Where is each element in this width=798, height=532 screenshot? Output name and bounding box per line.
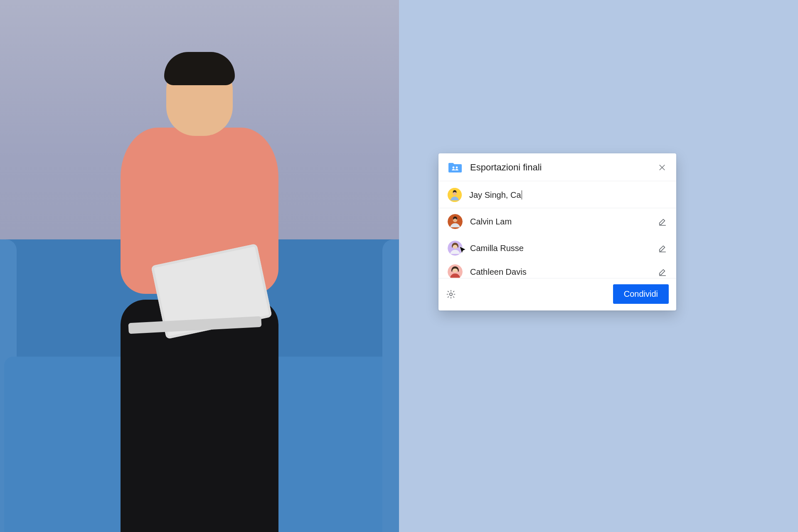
share-dialog: Esportazioni finali bbox=[438, 153, 676, 310]
avatar bbox=[448, 264, 463, 278]
suggestion-list: Calvin Lam Camilla Russe bbox=[438, 208, 676, 278]
edit-permission-icon[interactable] bbox=[658, 244, 667, 253]
close-button[interactable] bbox=[657, 163, 667, 172]
recipient-input-row[interactable]: Jay Singh, Ca bbox=[438, 181, 676, 208]
suggestion-name: Cathleen Davis bbox=[470, 267, 650, 277]
dialog-footer: Condividi bbox=[438, 278, 676, 310]
suggestion-name: Calvin Lam bbox=[470, 217, 650, 227]
right-panel: Esportazioni finali bbox=[399, 0, 798, 532]
svg-point-9 bbox=[453, 219, 457, 222]
edit-permission-icon[interactable] bbox=[658, 217, 667, 226]
input-chip-avatar bbox=[448, 188, 462, 202]
shared-folder-icon bbox=[448, 162, 463, 173]
suggestion-row[interactable]: Calvin Lam bbox=[438, 208, 676, 235]
svg-point-1 bbox=[456, 167, 458, 169]
suggestion-name: Camilla Russe bbox=[470, 244, 650, 253]
settings-gear-icon[interactable] bbox=[446, 289, 456, 299]
mouse-cursor-icon bbox=[458, 246, 468, 255]
recipient-input[interactable]: Jay Singh, Ca bbox=[469, 190, 522, 200]
svg-point-5 bbox=[453, 192, 456, 195]
text-caret bbox=[522, 190, 522, 200]
share-button[interactable]: Condividi bbox=[613, 284, 669, 304]
edit-permission-icon[interactable] bbox=[658, 267, 667, 276]
dialog-title: Esportazioni finali bbox=[470, 162, 650, 173]
svg-point-14 bbox=[450, 293, 452, 295]
recipient-input-text: Jay Singh, Ca bbox=[469, 190, 521, 200]
avatar bbox=[448, 214, 463, 229]
suggestion-row[interactable]: Camilla Russe bbox=[438, 235, 676, 261]
suggestion-row[interactable]: Cathleen Davis bbox=[438, 261, 676, 278]
svg-point-0 bbox=[453, 167, 455, 169]
illustration-person bbox=[83, 27, 316, 532]
dialog-header: Esportazioni finali bbox=[438, 153, 676, 181]
photo-panel bbox=[0, 0, 399, 532]
